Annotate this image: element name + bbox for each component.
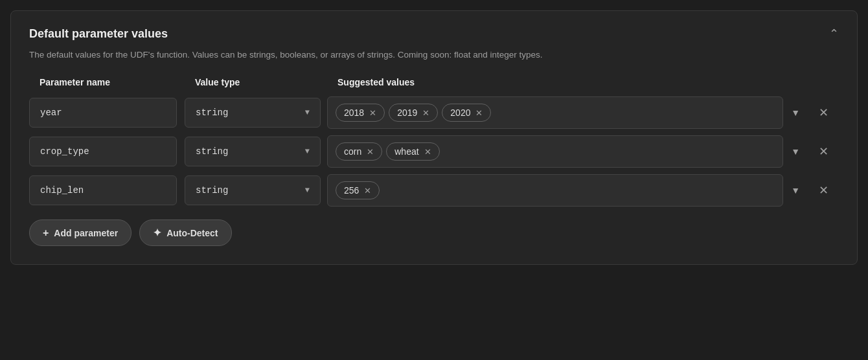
tag-label-2020: 2020 <box>450 107 470 118</box>
tag-remove-2018[interactable]: ✕ <box>369 109 376 117</box>
table-row: crop_type string ▼ corn ✕ wheat ✕ ▼ ✕ <box>29 135 839 168</box>
dropdown-arrow-chip-len: ▼ <box>305 186 310 195</box>
param-name-chip-len: chip_len <box>29 175 177 205</box>
tags-container-chip-len[interactable]: 256 ✕ <box>327 174 783 207</box>
tag-label-256: 256 <box>344 185 359 196</box>
param-name-crop-type: crop_type <box>29 137 177 166</box>
suggested-values-dropdown-year[interactable]: ▼ <box>788 105 803 120</box>
table-row: chip_len string ▼ 256 ✕ ▼ ✕ <box>29 174 839 207</box>
tag-remove-2019[interactable]: ✕ <box>422 109 429 117</box>
table-row: year string ▼ 2018 ✕ 2019 ✕ 2020 ✕ <box>29 96 839 129</box>
tag-label-2018: 2018 <box>344 107 364 118</box>
dropdown-arrow-year: ▼ <box>305 108 310 117</box>
auto-detect-label: Auto-Detect <box>166 228 218 238</box>
dropdown-arrow-crop-type: ▼ <box>305 147 310 156</box>
value-type-label-year: string <box>196 107 228 118</box>
value-type-select-crop-type[interactable]: string ▼ <box>185 137 321 166</box>
value-type-cell-crop-type: string ▼ <box>185 137 327 166</box>
footer-actions: + Add parameter ✦ Auto-Detect <box>29 219 839 246</box>
col-header-value-type: Value type <box>185 77 327 87</box>
tag-256: 256 ✕ <box>336 181 380 199</box>
param-name-year: year <box>29 98 177 128</box>
col-header-suggested-values: Suggested values <box>327 77 839 87</box>
tag-label-corn: corn <box>344 146 361 157</box>
tag-label-wheat: wheat <box>394 146 418 157</box>
default-parameter-values-panel: Default parameter values ⌃ The default v… <box>10 10 858 265</box>
tag-corn: corn ✕ <box>336 142 382 161</box>
tag-label-2019: 2019 <box>397 107 417 118</box>
tag-remove-corn[interactable]: ✕ <box>367 148 374 156</box>
param-name-cell-crop-type: crop_type <box>29 137 185 166</box>
suggested-values-dropdown-chip-len[interactable]: ▼ <box>788 183 803 198</box>
panel-title: Default parameter values <box>29 27 168 41</box>
value-type-cell-year: string ▼ <box>185 98 327 128</box>
value-type-label-chip-len: string <box>196 185 228 196</box>
tags-container-year[interactable]: 2018 ✕ 2019 ✕ 2020 ✕ <box>327 96 783 129</box>
add-parameter-button[interactable]: + Add parameter <box>29 219 131 246</box>
delete-row-crop-type[interactable]: ✕ <box>808 142 839 161</box>
param-name-cell-year: year <box>29 98 185 128</box>
tag-2018: 2018 ✕ <box>336 104 385 122</box>
tag-remove-256[interactable]: ✕ <box>364 186 371 195</box>
suggested-values-cell-chip-len: 256 ✕ ▼ <box>327 174 808 207</box>
suggested-values-cell-crop-type: corn ✕ wheat ✕ ▼ <box>327 135 808 168</box>
value-type-select-chip-len[interactable]: string ▼ <box>185 175 321 205</box>
collapse-icon[interactable]: ⌃ <box>829 27 839 41</box>
panel-description: The default values for the UDF's functio… <box>29 49 839 62</box>
delete-row-chip-len[interactable]: ✕ <box>808 181 839 200</box>
tag-remove-wheat[interactable]: ✕ <box>424 148 431 156</box>
auto-detect-icon: ✦ <box>153 227 161 239</box>
tag-2019: 2019 ✕ <box>389 104 438 122</box>
suggested-values-cell-year: 2018 ✕ 2019 ✕ 2020 ✕ ▼ <box>327 96 808 129</box>
add-button-label: Add parameter <box>54 228 118 238</box>
suggested-values-dropdown-crop-type[interactable]: ▼ <box>788 144 803 159</box>
tag-wheat: wheat ✕ <box>386 142 439 161</box>
value-type-cell-chip-len: string ▼ <box>185 175 327 205</box>
tag-2020: 2020 ✕ <box>442 104 491 122</box>
table-header: Parameter name Value type Suggested valu… <box>29 77 839 93</box>
panel-header: Default parameter values ⌃ <box>29 27 839 41</box>
delete-row-year[interactable]: ✕ <box>808 103 839 122</box>
col-header-param-name: Parameter name <box>29 77 185 87</box>
value-type-select-year[interactable]: string ▼ <box>185 98 321 128</box>
param-name-cell-chip-len: chip_len <box>29 175 185 205</box>
tag-remove-2020[interactable]: ✕ <box>475 109 483 117</box>
value-type-label-crop-type: string <box>196 146 228 157</box>
tags-container-crop-type[interactable]: corn ✕ wheat ✕ <box>327 135 783 168</box>
auto-detect-button[interactable]: ✦ Auto-Detect <box>139 219 231 246</box>
add-icon: + <box>43 227 49 239</box>
